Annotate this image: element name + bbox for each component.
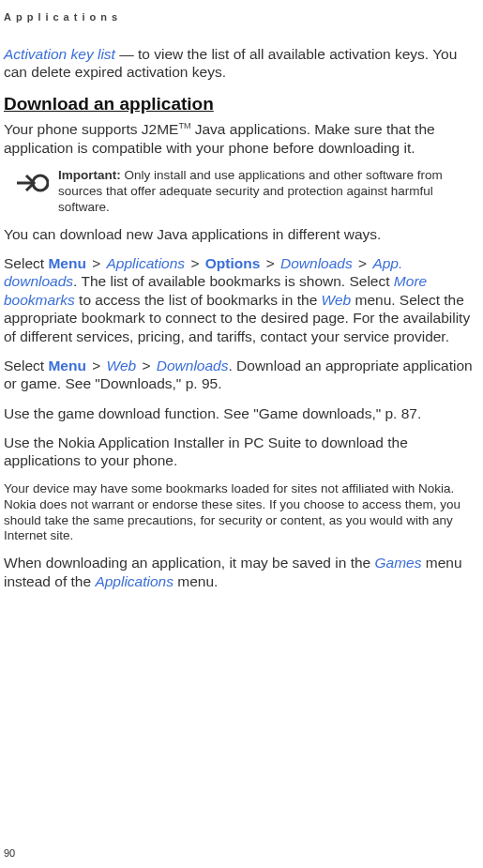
important-label: Important: bbox=[58, 168, 121, 182]
separator: > bbox=[185, 255, 205, 271]
j2me-para: Your phone supports J2METM Java applicat… bbox=[4, 120, 477, 157]
menu-path-para-1: Select Menu > Applications > Options > D… bbox=[4, 254, 477, 345]
text: Select bbox=[4, 358, 48, 373]
separator: > bbox=[136, 358, 157, 373]
web-link: Web bbox=[322, 292, 352, 308]
web-link: Web bbox=[107, 358, 137, 373]
games-menu-para: When downloading an application, it may … bbox=[4, 554, 477, 590]
page-number: 90 bbox=[4, 847, 15, 860]
bookmark-disclaimer: Your device may have some bookmarks load… bbox=[4, 481, 477, 545]
options-link: Options bbox=[205, 255, 261, 271]
important-text: Important: Only install and use applicat… bbox=[58, 168, 477, 216]
separator: > bbox=[353, 255, 373, 271]
activation-key-para: Activation key list — to view the list o… bbox=[4, 45, 477, 82]
important-note: Important: Only install and use applicat… bbox=[15, 168, 477, 216]
text: Select bbox=[4, 255, 48, 271]
downloads-link: Downloads bbox=[157, 358, 229, 373]
downloads-link: Downloads bbox=[280, 255, 353, 271]
applications-link: Applications bbox=[95, 573, 174, 589]
important-icon bbox=[15, 170, 51, 201]
text: Your phone supports J2ME bbox=[4, 121, 178, 137]
separator: > bbox=[86, 358, 107, 373]
applications-link: Applications bbox=[107, 255, 186, 271]
text: menu. bbox=[174, 573, 218, 589]
pc-suite-para: Use the Nokia Application Installer in P… bbox=[4, 434, 477, 470]
activation-key-link: Activation key list bbox=[4, 46, 115, 62]
text: . The list of available bookmarks is sho… bbox=[73, 273, 394, 289]
text: When downloading an application, it may … bbox=[4, 555, 375, 571]
menu-link: Menu bbox=[48, 358, 85, 373]
menu-path-para-2: Select Menu > Web > Downloads. Download … bbox=[4, 357, 477, 393]
separator: > bbox=[86, 255, 107, 271]
text: to access the list of bookmarks in the bbox=[75, 292, 322, 308]
section-title-download: Download an application bbox=[4, 93, 477, 115]
trademark: TM bbox=[178, 121, 190, 130]
games-link: Games bbox=[375, 555, 422, 571]
page-header: Applications bbox=[4, 11, 477, 24]
menu-link: Menu bbox=[48, 255, 85, 271]
download-ways-para: You can download new Java applications i… bbox=[4, 225, 477, 243]
separator: > bbox=[260, 255, 280, 271]
game-download-para: Use the game download function. See "Gam… bbox=[4, 404, 477, 422]
